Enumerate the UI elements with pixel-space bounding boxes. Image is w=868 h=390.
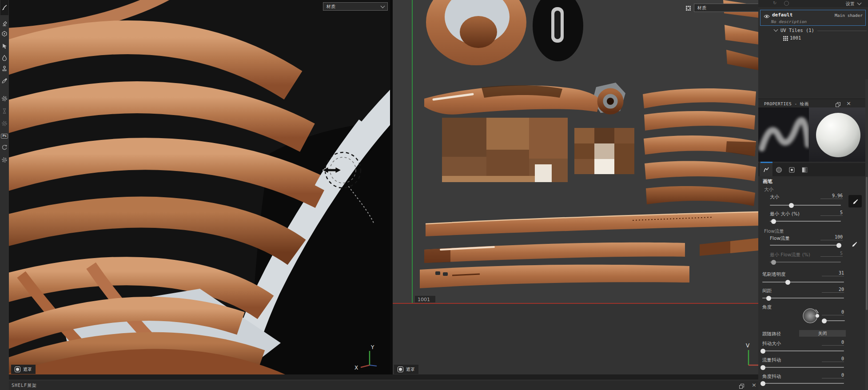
tree-expander-chevron-icon[interactable]: [774, 28, 778, 32]
projection-tool[interactable]: [0, 29, 8, 38]
axis-x-label: X: [354, 365, 358, 371]
mask-tab-uv[interactable]: 遮罩: [394, 365, 418, 374]
properties-close-button[interactable]: ×: [846, 100, 851, 106]
tile-grid-icon: [783, 36, 788, 41]
eraser-tool[interactable]: [0, 19, 8, 28]
angle-jitter-slider[interactable]: [762, 383, 844, 384]
min-flow-value-field[interactable]: 5: [820, 251, 843, 257]
opacity-slider[interactable]: [762, 282, 844, 283]
uv-tiles-label: UV Tiles (1): [780, 28, 814, 33]
flow-slider[interactable]: [770, 245, 841, 246]
size-slider-thumb[interactable]: [789, 203, 794, 208]
history-hourglass-tool[interactable]: [0, 107, 8, 115]
brush-stroke-preview[interactable]: [758, 107, 809, 162]
flow-value-field[interactable]: 100: [820, 235, 843, 240]
clone-stamp-tool[interactable]: [0, 64, 8, 73]
spacing-slider-thumb[interactable]: [766, 296, 771, 301]
uv-tiles-icon[interactable]: [685, 5, 691, 11]
size-slider[interactable]: [770, 205, 841, 206]
opacity-value-field[interactable]: 31: [822, 271, 844, 276]
photoshop-icon: Ps: [1, 134, 8, 139]
stylus-icon: [852, 199, 858, 204]
pen-squiggle-icon: [763, 167, 769, 173]
settings-button[interactable]: 设置: [846, 1, 855, 7]
chevron-down-icon[interactable]: [857, 1, 862, 5]
tab-alpha-sphere[interactable]: [772, 163, 785, 176]
gear-icon: [1, 96, 8, 102]
size-group-label: 大小: [764, 187, 773, 193]
material-mode-dropdown[interactable]: 材质: [323, 2, 388, 11]
teardrop-icon: [1, 55, 8, 61]
eyedropper-tool[interactable]: [0, 76, 8, 85]
follow-path-toggle-button[interactable]: 关闭: [799, 330, 846, 337]
angle-jitter-label: 角度抖动: [762, 374, 781, 380]
angle-jitter-slider-thumb[interactable]: [760, 381, 765, 386]
cursor-arrow-icon: [1, 43, 8, 49]
settings-gear-tool-2[interactable]: [0, 155, 8, 164]
angle-mini-slider-thumb[interactable]: [822, 318, 827, 323]
sync-tool[interactable]: [0, 143, 8, 152]
select-tool[interactable]: [0, 42, 8, 51]
angle-value-field[interactable]: 0: [822, 310, 844, 315]
uv-material-mode-dropdown[interactable]: 材质: [694, 4, 758, 12]
flow-jitter-slider[interactable]: [762, 367, 844, 368]
panel-scrollbar[interactable]: [865, 79, 868, 390]
min-size-value-field[interactable]: 5: [820, 210, 843, 216]
mask-icon: [15, 366, 20, 372]
shelf-close-button[interactable]: ×: [752, 382, 757, 388]
tab-brush[interactable]: [760, 163, 772, 176]
bottom-divider-strip: [0, 374, 758, 380]
shader-gear-tool[interactable]: [0, 94, 8, 103]
refresh-icon[interactable]: ↻: [773, 0, 776, 5]
spacing-slider[interactable]: [762, 298, 844, 298]
flow-jitter-label: 流量抖动: [762, 357, 781, 363]
uv-tile-item-1001[interactable]: 1001: [790, 35, 801, 40]
gear-icon: [1, 120, 8, 127]
material-sphere-preview[interactable]: [809, 107, 868, 162]
shelf-panel-header[interactable]: SHELF展架 ×: [0, 380, 758, 390]
photoshop-export-tool[interactable]: Ps: [0, 131, 8, 140]
follow-path-label: 跟随路径: [762, 331, 781, 337]
panel-scrollbar-thumb[interactable]: [866, 177, 868, 310]
min-flow-slider[interactable]: [770, 262, 841, 263]
min-size-slider-thumb[interactable]: [771, 219, 776, 224]
uv-viewport[interactable]: 1001 V U 材质 遮罩: [393, 0, 758, 374]
eye-icon[interactable]: [764, 14, 770, 19]
size-label: 大小: [770, 194, 779, 200]
angle-dial[interactable]: [801, 306, 820, 326]
settings-gear-tool[interactable]: [0, 119, 8, 128]
min-size-slider[interactable]: [770, 221, 841, 222]
uv-material-mode-label: 材质: [697, 5, 706, 11]
flow-jitter-value-field[interactable]: 0: [822, 356, 844, 362]
flow-slider-thumb[interactable]: [836, 243, 841, 248]
paint-brush-icon: [1, 4, 8, 11]
angle-mini-slider[interactable]: [824, 320, 845, 321]
tab-gradient[interactable]: [798, 163, 811, 176]
jitter-size-slider-thumb[interactable]: [760, 349, 765, 354]
uv-tiles-tree-item[interactable]: UV Tiles (1): [780, 28, 814, 33]
spacing-value-field[interactable]: 20: [822, 287, 844, 293]
size-value-field[interactable]: 9.96: [820, 193, 843, 199]
properties-panel-header[interactable]: PROPERTIES - 绘画 ×: [758, 99, 868, 107]
min-flow-slider-thumb[interactable]: [771, 260, 776, 265]
flow-label: Flow流量: [770, 235, 790, 242]
smudge-tool[interactable]: [0, 53, 8, 62]
gradient-icon: [801, 167, 808, 173]
shelf-maximize-button[interactable]: [739, 383, 743, 389]
flow-jitter-slider-thumb[interactable]: [760, 365, 765, 370]
mask-tab-3d[interactable]: 遮罩: [11, 365, 36, 374]
flow-pressure-icon[interactable]: [852, 241, 857, 247]
tab-stencil[interactable]: [785, 163, 798, 176]
texture-set-item-default[interactable]: default Main shader No description: [760, 10, 866, 26]
paint-brush-tool[interactable]: [0, 0, 8, 15]
visibility-toggle-icon[interactable]: [784, 1, 789, 6]
size-pressure-button[interactable]: [848, 195, 862, 207]
jitter-size-slider[interactable]: [762, 350, 844, 351]
opacity-label: 笔刷透明度: [762, 271, 786, 278]
texture-set-toolbar: ↻ 设置: [758, 0, 868, 7]
3d-viewport[interactable]: Y X 材质 遮罩: [9, 0, 390, 374]
opacity-slider-thumb[interactable]: [785, 280, 790, 285]
jitter-size-value-field[interactable]: 0: [822, 340, 844, 346]
angle-jitter-value-field[interactable]: 0: [822, 373, 844, 378]
properties-maximize-button[interactable]: [836, 101, 840, 107]
